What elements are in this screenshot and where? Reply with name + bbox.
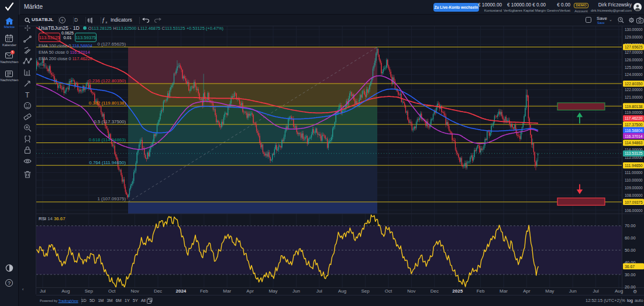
svg-text:0.382 (119.80138): 0.382 (119.80138) (89, 100, 126, 106)
svg-text:Oct: Oct (108, 288, 116, 294)
svg-text:117.37500: 117.37500 (625, 122, 643, 127)
svg-text:Apr: Apr (523, 288, 531, 294)
svg-text:111.94650: 111.94650 (625, 163, 643, 168)
svg-text:116.37014: 116.37014 (625, 134, 643, 139)
svg-text:108.00000: 108.00000 (625, 193, 643, 198)
svg-text:Feb: Feb (200, 288, 208, 294)
svg-text:124.00000: 124.00000 (625, 72, 643, 77)
svg-text:30.00: 30.00 (625, 272, 636, 277)
svg-text:121.00000: 121.00000 (625, 95, 643, 100)
svg-text:122.00000: 122.00000 (625, 87, 643, 92)
svg-text:127.00000: 127.00000 (625, 50, 643, 55)
svg-text:Nov: Nov (130, 288, 139, 294)
svg-text:Oct: Oct (385, 288, 392, 294)
svg-text:x: x (105, 20, 108, 23)
svg-text:⚙: ⚙ (633, 289, 637, 294)
svg-text:May: May (268, 288, 277, 294)
svg-text:Jun: Jun (569, 288, 577, 294)
svg-text:Mar: Mar (223, 288, 231, 294)
svg-text:Jul: Jul (316, 288, 322, 294)
svg-text:0.618 (114.94863): 0.618 (114.94863) (89, 137, 126, 142)
svg-text:126.00000: 126.00000 (625, 57, 643, 62)
svg-text:122.80350: 122.80350 (625, 81, 643, 86)
svg-text:111.00000: 111.00000 (625, 170, 643, 175)
svg-text:114.94863: 114.94863 (625, 140, 643, 145)
svg-text:127.65625: 127.65625 (625, 44, 643, 50)
svg-text:117.46220: 117.46220 (625, 116, 643, 121)
svg-text:0 (127.65625): 0 (127.65625) (97, 41, 126, 47)
svg-text:2024: 2024 (176, 288, 187, 294)
svg-text:0.764 (111.94650): 0.764 (111.94650) (89, 160, 126, 165)
svg-text:2025: 2025 (452, 288, 463, 294)
svg-text:119.80138: 119.80138 (625, 104, 643, 109)
svg-text:Jun: Jun (292, 288, 300, 294)
svg-text:Sep: Sep (361, 288, 370, 294)
svg-text:Dec: Dec (431, 288, 439, 294)
svg-text:Aug: Aug (61, 288, 70, 294)
svg-text:Sep: Sep (85, 288, 94, 294)
svg-text:119.00000: 119.00000 (625, 110, 643, 115)
svg-text:70.00: 70.00 (625, 223, 636, 228)
svg-text:Mar: Mar (500, 288, 508, 294)
svg-text:130.00000: 130.00000 (625, 27, 643, 32)
svg-text:Jul: Jul (40, 288, 46, 294)
svg-text:50.00: 50.00 (625, 248, 636, 253)
svg-text:116.58804: 116.58804 (625, 128, 643, 133)
svg-text:60.00: 60.00 (625, 235, 636, 241)
svg-text:109.00000: 109.00000 (625, 185, 643, 190)
svg-text:Apr: Apr (246, 288, 254, 294)
svg-text:T: T (25, 91, 30, 99)
svg-text:Aug: Aug (338, 288, 346, 294)
svg-text:129.00000: 129.00000 (625, 34, 643, 40)
svg-text:Aug: Aug (615, 288, 623, 294)
svg-text:125.00000: 125.00000 (625, 65, 643, 70)
svg-text:107.09375: 107.09375 (625, 200, 643, 205)
svg-text:Nov: Nov (407, 288, 415, 294)
svg-text:Feb: Feb (477, 288, 485, 294)
svg-text:f: f (102, 17, 105, 23)
svg-text:106.00000: 106.00000 (625, 208, 643, 213)
svg-text:1 (107.09375): 1 (107.09375) (97, 196, 126, 201)
svg-text:113.53125: 113.53125 (625, 151, 643, 156)
svg-text:0.5 (117.37500): 0.5 (117.37500) (94, 119, 126, 124)
svg-text:110.00000: 110.00000 (625, 178, 643, 183)
svg-text:0.236 (122.80350): 0.236 (122.80350) (88, 78, 126, 84)
svg-text:Dec: Dec (154, 288, 162, 294)
svg-text:Jul: Jul (593, 288, 598, 294)
svg-text:May: May (545, 288, 554, 294)
svg-text:36.67: 36.67 (625, 264, 635, 269)
